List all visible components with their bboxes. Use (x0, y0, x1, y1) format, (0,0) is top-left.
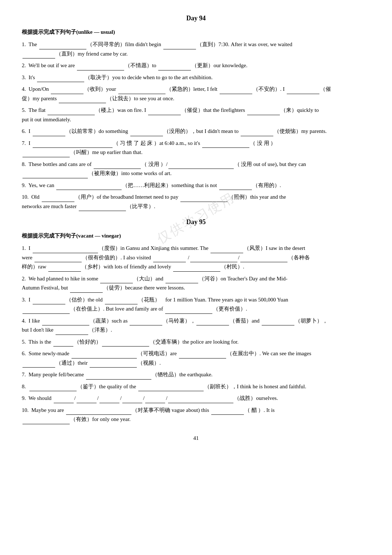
blank[interactable] (220, 88, 252, 94)
blank[interactable] (190, 256, 237, 262)
blank[interactable] (86, 374, 151, 380)
blank[interactable] (23, 308, 70, 314)
blank[interactable] (23, 418, 70, 424)
blank[interactable] (56, 184, 122, 190)
blank[interactable] (23, 362, 55, 368)
blank[interactable] (102, 341, 149, 347)
blank[interactable] (33, 130, 65, 136)
blank[interactable] (53, 341, 73, 347)
blank[interactable] (90, 362, 137, 368)
day94-ex10: 10. Old （用户）of the broadband Internet ne… (22, 193, 370, 211)
blank[interactable] (241, 130, 273, 136)
blank[interactable] (179, 353, 226, 358)
blank[interactable] (287, 88, 319, 94)
blank[interactable] (59, 97, 106, 103)
blank[interactable] (34, 256, 82, 262)
blank[interactable] (219, 184, 252, 190)
day95-header: 根据提示完成下列句子(vacant — vinegar) (22, 232, 370, 239)
blank[interactable] (211, 409, 244, 415)
day94-ex4: 4. Upon/On （收到）your （紧急的）letter, I felt … (22, 85, 370, 103)
blank[interactable] (165, 308, 212, 314)
blank[interactable] (23, 173, 88, 178)
day94-ex9: 9. Yes, we can （把……利用起来）something that i… (22, 181, 370, 190)
blank[interactable] (100, 278, 133, 283)
day94-ex8: 8. These bottles and cans are of （ 没用 ）/… (22, 160, 370, 178)
day95-section: Day 95 根据提示完成下列句子(vacant — vinegar) 1. I… (22, 218, 370, 424)
blank[interactable] (33, 247, 98, 253)
blank[interactable] (148, 109, 181, 115)
blank[interactable] (105, 299, 138, 304)
blank[interactable] (122, 397, 142, 403)
blank[interactable] (48, 109, 95, 115)
day94-ex2: 2. We'll be out if we are （不情愿）to （更新）ou… (22, 61, 370, 70)
blank[interactable] (94, 163, 141, 169)
blank[interactable] (99, 397, 119, 403)
day95-title: Day 95 (22, 218, 370, 226)
blank[interactable] (77, 397, 97, 403)
day95-ex8: 8. （鉴于）the quality of the （副班长），I think … (22, 382, 370, 392)
blank[interactable] (173, 266, 220, 272)
blank[interactable] (48, 266, 81, 272)
day95-ex7: 7. Many people fell/became （牺牲品）the eart… (22, 370, 370, 380)
day95-ex1: 1. I （度假）in Gansu and Xinjiang this summ… (22, 244, 370, 272)
blank[interactable] (118, 88, 166, 94)
day95-ex9: 9. We should /////（战胜）ourselves. (22, 394, 370, 403)
blank[interactable] (29, 385, 77, 391)
blank[interactable] (158, 65, 191, 70)
day94-ex6: 6. I （以前常常）do something （没用的），but I didn… (22, 127, 370, 136)
blank[interactable] (37, 76, 84, 82)
day94-exercise-list: 1. The （不同寻常的）film didn't begin （直到）7:30… (22, 40, 370, 211)
blank[interactable] (77, 65, 124, 70)
day95-ex2: 2. We had planned to hike in some （大山）an… (22, 274, 370, 293)
page-content: Day 94 根据提示完成下列句子(unlike — usual) 1. The… (22, 15, 370, 441)
blank[interactable] (262, 320, 294, 325)
day94-header: 根据提示完成下列句子(unlike — usual) (22, 29, 370, 36)
day94-section: Day 94 根据提示完成下列句子(unlike — usual) 1. The… (22, 15, 370, 211)
blank[interactable] (79, 205, 126, 211)
blank[interactable] (240, 256, 287, 262)
blank[interactable] (23, 151, 70, 157)
blank[interactable] (70, 287, 103, 293)
blank[interactable] (247, 109, 280, 115)
day94-ex7: 7. I （ 习 惯 了 起 床 ）at 6:40 a.m., so it's … (22, 139, 370, 157)
blank[interactable] (54, 397, 74, 403)
day95-ex4: 4. I like （蔬菜）such as （马铃薯），（番茄）and （胡萝卜… (22, 316, 370, 335)
blank[interactable] (33, 299, 65, 304)
day94-title: Day 94 (22, 15, 370, 22)
day94-ex3: 3. It's （取决于）you to decide when to go to… (22, 73, 370, 82)
day94-ex5: 5. The flat （楼上）was on fire. I （催促）that … (22, 106, 370, 124)
day95-ex6: 6. Some newly-made （可视电话）are （在展出中）. We … (22, 349, 370, 368)
blank[interactable] (130, 130, 163, 136)
blank[interactable] (196, 320, 229, 325)
blank[interactable] (145, 397, 165, 403)
blank[interactable] (202, 142, 249, 148)
blank[interactable] (130, 320, 162, 325)
blank[interactable] (23, 53, 55, 58)
day95-ex10: 10. Maybe you are （对某事不明确 vague about) t… (22, 406, 370, 424)
blank[interactable] (42, 196, 74, 202)
blank[interactable] (180, 196, 228, 202)
blank[interactable] (168, 163, 234, 169)
blank[interactable] (66, 409, 131, 415)
day95-ex3: 3. I （估价）the old （花瓶） for 1 million Yuan… (22, 295, 370, 314)
blank[interactable] (72, 353, 137, 358)
day95-exercise-list: 1. I （度假）in Gansu and Xinjiang this summ… (22, 244, 370, 424)
blank[interactable] (211, 247, 243, 253)
blank[interactable] (138, 385, 204, 391)
blank[interactable] (33, 142, 113, 148)
blank[interactable] (166, 278, 198, 283)
blank[interactable] (163, 44, 196, 49)
blank[interactable] (42, 320, 89, 325)
blank[interactable] (39, 44, 86, 49)
blank[interactable] (56, 329, 88, 335)
day94-ex1: 1. The （不同寻常的）film didn't begin （直到）7:30… (22, 40, 370, 58)
blank[interactable] (168, 397, 233, 403)
blank[interactable] (51, 88, 83, 94)
day95-ex5: 5. This is the （恰好的）（交通车辆）the police are… (22, 337, 370, 347)
page-number: 41 (22, 435, 370, 441)
blank[interactable] (153, 256, 186, 262)
